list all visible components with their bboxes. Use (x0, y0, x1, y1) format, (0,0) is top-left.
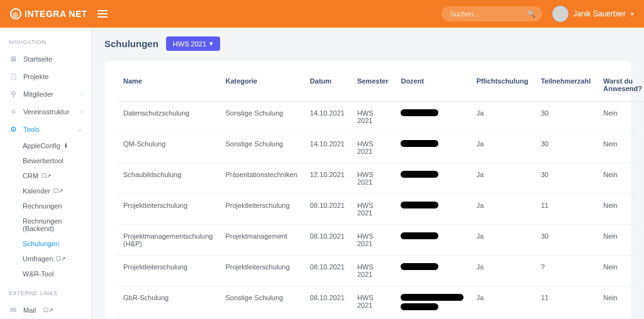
cell-anwesend: Nein (597, 194, 644, 225)
cell-count: ? (535, 256, 597, 286)
cell-count: 30 (535, 102, 597, 132)
cell-category: Sonstige Schulung (219, 132, 303, 163)
table-header[interactable]: Dozent (394, 72, 470, 102)
table-row: Datenschutzschulung Sonstige Schulung 14… (117, 102, 644, 132)
table-header[interactable]: Semester (351, 72, 395, 102)
table-row: QM-Schulung Sonstige Schulung 14.10.2021… (117, 132, 644, 163)
sidebar-item-vereinsstruktur[interactable]: ⌗ Vereinsstruktur › (0, 103, 91, 121)
cell-pflicht: Ja (470, 286, 535, 318)
sub-nav-rechnungen--backend-[interactable]: Rechnungen (Backend) (0, 214, 91, 236)
search-icon[interactable]: 🔍 (527, 10, 536, 18)
user-menu[interactable]: Janik Sauerbier ▾ (552, 6, 634, 22)
cell-count: 30 (535, 163, 597, 194)
semester-filter-label: HWS 2021 (173, 40, 206, 48)
cell-name: GbR-Schulung (117, 286, 219, 318)
redacted-text (401, 171, 438, 178)
mail-icon: ✉ (9, 306, 18, 315)
cell-pflicht: Ja (470, 163, 535, 194)
sidebar-item-label: Mitglieder (23, 90, 53, 98)
external-link-icon: ☐↗ (56, 256, 66, 262)
cell-count: 30 (535, 132, 597, 163)
sidebar-item-projekte[interactable]: ⎕ Projekte (0, 68, 91, 85)
sidebar-item-mitglieder[interactable]: ⚲ Mitglieder › (0, 85, 91, 103)
sidebar-item-tools[interactable]: ⚙ Tools ⌄ (0, 121, 91, 138)
cell-name: Schaubildschulung (117, 163, 219, 194)
sub-nav-label: Bewerbertool (23, 157, 64, 165)
sidebar-item-label: Tools (23, 126, 40, 133)
external-link-icon: ☐↗ (42, 173, 52, 179)
sidebar-item-label: Vereinsstruktur (23, 108, 69, 116)
semester-filter-button[interactable]: HWS 2021 ▾ (166, 36, 220, 51)
cell-semester: HWS 2021 (351, 256, 395, 286)
cell-count: 11 (535, 194, 597, 225)
nav-section-title: NAVIGATION (0, 36, 91, 50)
sub-nav-rechnungen[interactable]: Rechnungen (0, 198, 91, 214)
sub-nav-label: Rechnungen (Backend) (23, 217, 82, 232)
chevron-right-icon: › (80, 91, 82, 97)
cell-anwesend: Nein (597, 102, 644, 132)
sub-nav-schulungen[interactable]: Schulungen (0, 236, 91, 251)
cell-anwesend: Nein (597, 132, 644, 163)
cell-count: 30 (535, 225, 597, 256)
sub-nav-w-r-tool[interactable]: W&R-Tool (0, 266, 91, 281)
table-row: Projektleiterschulung Projektleiterschul… (117, 194, 644, 225)
table-header[interactable]: Datum (304, 72, 351, 102)
logo[interactable]: ◎ INTEGRA NET (10, 8, 87, 19)
cell-semester: HWS 2021 (351, 102, 395, 132)
table-header[interactable]: Name (117, 72, 219, 102)
external-link-icon: ☐↗ (43, 307, 53, 313)
table-header[interactable]: Kategorie (219, 72, 303, 102)
cell-semester: HWS 2021 (351, 286, 395, 318)
cell-dozent (394, 163, 470, 194)
cell-date: 08.10.2021 (304, 225, 351, 256)
sub-nav-crm[interactable]: CRM ☐↗ (0, 168, 91, 183)
schulungen-table: NameKategorieDatumSemesterDozentPflichts… (117, 72, 644, 319)
page-title: Schulungen (104, 38, 158, 49)
table-card: NameKategorieDatumSemesterDozentPflichts… (104, 61, 631, 319)
table-row: Projektmanagementschulung (H&P) Projektm… (117, 225, 644, 256)
cell-pflicht: Ja (470, 194, 535, 225)
redacted-text (401, 109, 438, 116)
cell-semester: HWS 2021 (351, 132, 395, 163)
table-row: Projektleiterschulung Projektleiterschul… (117, 256, 644, 286)
search-box: 🔍 (441, 6, 542, 21)
cell-pflicht: Ja (470, 225, 535, 256)
sub-nav-label: Umfragen (23, 255, 53, 262)
sidebar-item-startseite[interactable]: 🖥 Startseite (0, 50, 91, 68)
menu-toggle-icon[interactable] (97, 10, 108, 18)
briefcase-icon: ⎕ (9, 72, 18, 81)
sub-nav-label: Schulungen (23, 240, 59, 247)
sub-nav-appleconfig[interactable]: AppleConfig ⬇ (0, 138, 91, 153)
chevron-right-icon: › (80, 109, 82, 115)
table-header[interactable]: Pflichtschulung (470, 72, 535, 102)
cell-anwesend: Nein (597, 225, 644, 256)
users-icon: ⚲ (9, 90, 18, 99)
monitor-icon: 🖥 (9, 55, 18, 63)
cell-name: Projektleiterschulung (117, 256, 219, 286)
cell-name: Projektmanagementschulung (H&P) (117, 225, 219, 256)
cell-dozent (394, 286, 470, 318)
cell-category: Sonstige Schulung (219, 286, 303, 318)
cell-category: Projektleiterschulung (219, 194, 303, 225)
cell-semester: HWS 2021 (351, 194, 395, 225)
redacted-text (401, 294, 464, 301)
cell-pflicht: Ja (470, 102, 535, 132)
nav-section-title-ext: EXTERNE LINKS (0, 288, 91, 301)
ext-link-mail[interactable]: ✉ Mail ☐↗ (0, 301, 91, 319)
download-icon: ⬇ (64, 143, 69, 149)
cell-pflicht: Ja (470, 256, 535, 286)
chevron-down-icon: ⌄ (77, 126, 82, 132)
sub-nav-umfragen[interactable]: Umfragen ☐↗ (0, 251, 91, 266)
ext-link-label: Mail (23, 306, 36, 314)
main-content: Schulungen HWS 2021 ▾ NameKategorieDatum… (92, 28, 644, 319)
table-header[interactable]: Warst du Anwesend? (597, 72, 644, 102)
cell-name: Datenschutzschulung (117, 102, 219, 132)
cell-anwesend: Nein (597, 163, 644, 194)
cell-name: QM-Schulung (117, 132, 219, 163)
cell-date: 14.10.2021 (304, 132, 351, 163)
sub-nav-bewerbertool[interactable]: Bewerbertool (0, 153, 91, 168)
sub-nav-kalender[interactable]: Kalender ☐↗ (0, 183, 91, 198)
sitemap-icon: ⌗ (9, 107, 18, 116)
sub-nav-label: Rechnungen (23, 202, 62, 210)
table-header[interactable]: Teilnehmerzahl (535, 72, 597, 102)
